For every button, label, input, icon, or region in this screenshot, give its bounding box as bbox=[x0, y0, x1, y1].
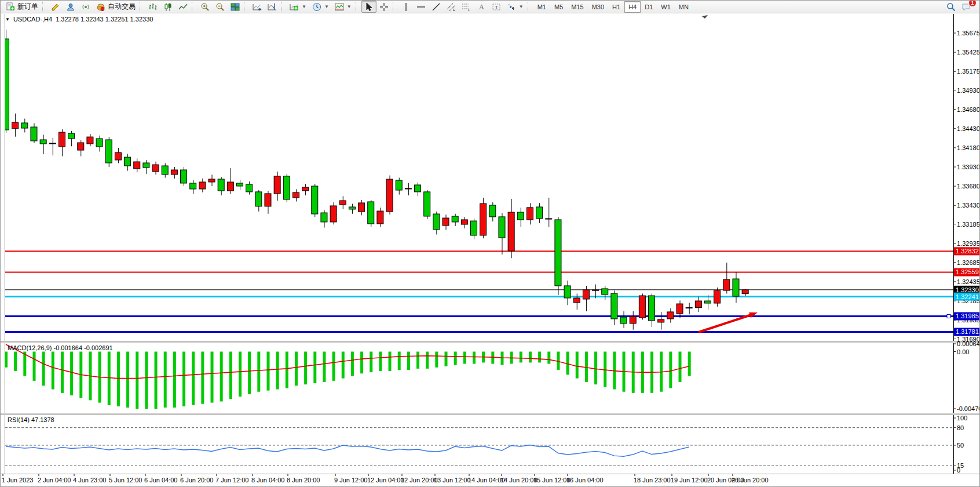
candle-body bbox=[649, 296, 655, 321]
candlestick-chart-button[interactable] bbox=[160, 1, 175, 13]
vertical-line-tool-button[interactable] bbox=[398, 1, 414, 13]
trendline-tool-button[interactable] bbox=[429, 1, 444, 13]
chart-canvas[interactable]: 1.356751.354251.351751.349301.346801.344… bbox=[1, 14, 980, 487]
candle-body bbox=[237, 183, 243, 186]
timeframe-button-M15[interactable]: M15 bbox=[567, 1, 587, 13]
fibonacci-icon: F bbox=[462, 2, 471, 12]
signals-button[interactable] bbox=[78, 1, 93, 13]
toolbar-separator bbox=[140, 2, 144, 12]
templates-button[interactable]: ▼ bbox=[332, 1, 354, 13]
candle-body bbox=[321, 213, 327, 222]
timeframe-button-W1[interactable]: W1 bbox=[657, 1, 675, 13]
candle-body bbox=[620, 317, 627, 324]
toolbar-separator bbox=[393, 2, 397, 12]
timeframe-button-M5[interactable]: M5 bbox=[550, 1, 567, 13]
candle-body bbox=[377, 211, 383, 224]
text-label-tool-button[interactable]: T bbox=[489, 1, 504, 13]
auto-scroll-button[interactable] bbox=[250, 1, 265, 13]
cursor-arrow-icon bbox=[364, 2, 374, 12]
candle-body bbox=[714, 290, 721, 303]
channel-tool-button[interactable]: E bbox=[444, 1, 459, 13]
new-order-label: 新订单 bbox=[17, 2, 38, 12]
zoom-out-button[interactable] bbox=[213, 1, 228, 13]
price-tick-label: 1.34430 bbox=[957, 125, 980, 132]
timeframe-button-M30[interactable]: M30 bbox=[588, 1, 608, 13]
price-tick-label: 1.33680 bbox=[957, 183, 980, 190]
chart-styler-button[interactable] bbox=[48, 1, 63, 13]
candle-body bbox=[546, 219, 552, 219]
candle-body bbox=[499, 217, 505, 238]
toolbar-separator bbox=[528, 2, 532, 12]
line-drag-handle[interactable] bbox=[947, 314, 950, 318]
candle-body bbox=[471, 221, 477, 235]
price-tick-label: 1.35425 bbox=[957, 49, 980, 56]
autotrade-label: 自动交易 bbox=[108, 2, 136, 12]
price-badge-label: 1.32330 bbox=[956, 286, 979, 293]
candle-body bbox=[31, 127, 37, 141]
price-badge-label: 1.32241 bbox=[956, 293, 979, 300]
autotrade-icon bbox=[96, 2, 105, 12]
candle-body bbox=[181, 170, 187, 183]
crosshair-tool-button[interactable] bbox=[376, 1, 392, 13]
bar-chart-button[interactable] bbox=[145, 1, 160, 13]
timeframe-button-D1[interactable]: D1 bbox=[641, 1, 657, 13]
candle-body bbox=[78, 143, 84, 150]
price-tick-label: 1.32435 bbox=[957, 278, 980, 285]
candle-body bbox=[677, 304, 683, 314]
rsi-indicator-label: RSI(14) 47.1378 bbox=[8, 416, 54, 423]
chart-shift-button[interactable] bbox=[265, 1, 280, 13]
time-tick-label: 6 Jun 20:00 bbox=[180, 477, 214, 484]
macd-indicator-label: MACD(12,26,9) -0.001664 -0.002691 bbox=[8, 344, 113, 351]
tile-windows-button[interactable] bbox=[228, 1, 243, 13]
candle-body bbox=[330, 206, 337, 222]
candle-body bbox=[695, 301, 701, 308]
search-button[interactable] bbox=[944, 1, 959, 13]
zoom-in-button[interactable] bbox=[198, 1, 213, 13]
chart-window[interactable]: 1.356751.354251.351751.349301.346801.344… bbox=[1, 14, 980, 487]
price-tick-label: 1.33430 bbox=[957, 202, 980, 209]
time-tick-label: 16 Jun 04:00 bbox=[566, 477, 604, 484]
notifications-button[interactable]: 1 bbox=[959, 1, 974, 13]
time-tick-label: 14 Jun 20:00 bbox=[500, 477, 537, 484]
time-tick-label: 20 Jun 20:00 bbox=[732, 477, 769, 484]
candle-body bbox=[134, 162, 140, 169]
search-icon bbox=[946, 2, 956, 12]
candle-body bbox=[115, 152, 121, 160]
indicators-button[interactable]: ▼ bbox=[287, 1, 309, 13]
cursor-tool-button[interactable] bbox=[361, 1, 376, 13]
timeframe-button-H1[interactable]: H1 bbox=[608, 1, 624, 13]
periods-button[interactable]: ▼ bbox=[309, 1, 332, 13]
candle-body bbox=[152, 165, 159, 172]
timeframe-button-H4[interactable]: H4 bbox=[624, 1, 641, 13]
candle-body bbox=[339, 201, 346, 205]
text-tool-button[interactable]: A bbox=[474, 1, 489, 13]
candle-body bbox=[209, 179, 215, 182]
auto-scroll-icon bbox=[253, 2, 262, 12]
candle-body bbox=[171, 170, 177, 175]
autotrade-button[interactable]: 自动交易 bbox=[93, 1, 138, 13]
dropdown-caret-icon: ▼ bbox=[302, 4, 306, 9]
svg-text:A: A bbox=[479, 3, 484, 11]
timeframe-button-M1[interactable]: M1 bbox=[533, 1, 550, 13]
timeframe-button-MN[interactable]: MN bbox=[675, 1, 693, 13]
candle-body bbox=[190, 183, 196, 189]
candle-body bbox=[526, 208, 533, 220]
time-tick-label: 15 Jun 12:00 bbox=[533, 477, 571, 484]
one-click-trading-toggle-icon[interactable]: ▼ bbox=[5, 17, 10, 22]
line-chart-button[interactable] bbox=[175, 1, 191, 13]
horizontal-line-tool-button[interactable] bbox=[414, 1, 429, 13]
price-tick-label: 1.32685 bbox=[957, 259, 980, 266]
time-tick-label: 7 Jun 12:00 bbox=[215, 477, 249, 484]
new-order-icon bbox=[6, 2, 15, 12]
price-badge-label: 1.32559 bbox=[956, 268, 979, 275]
new-order-button[interactable]: 新订单 bbox=[3, 1, 41, 13]
price-tick-label: 1.34930 bbox=[957, 87, 980, 94]
text-icon: A bbox=[477, 2, 486, 12]
rsi-axis-label: 0 bbox=[957, 467, 960, 474]
candle-body bbox=[573, 298, 580, 303]
fibonacci-tool-button[interactable]: F bbox=[459, 1, 474, 13]
candle-body bbox=[125, 157, 131, 166]
candle-body bbox=[349, 207, 355, 209]
arrows-tool-button[interactable]: ▼ bbox=[504, 1, 526, 13]
community-button[interactable] bbox=[63, 1, 78, 13]
